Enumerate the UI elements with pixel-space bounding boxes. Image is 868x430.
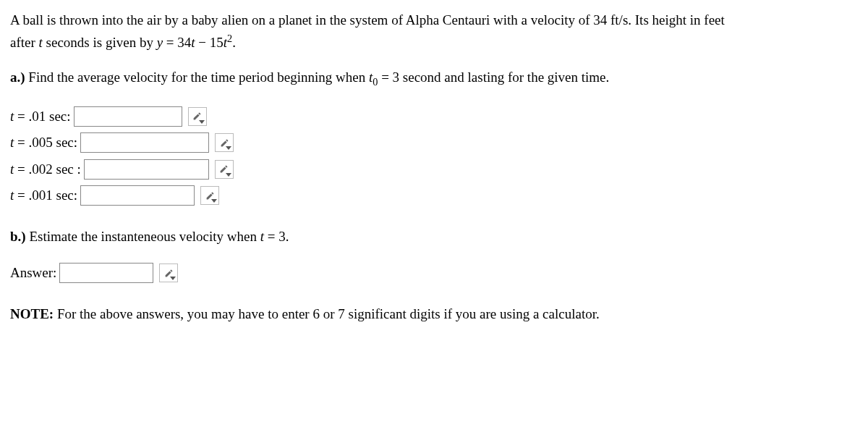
eq-minus: − 15: [195, 35, 224, 50]
t0-after: = 3 second and lasting for the given tim…: [378, 69, 609, 85]
row-label: t = .01 sec:: [10, 106, 71, 127]
part-b-label: b.): [10, 229, 26, 244]
part-a-label: a.): [10, 69, 25, 85]
part-b-text: Estimate the instanteneous velocity when: [26, 229, 260, 244]
part-a-prompt: a.) Find the average velocity for the ti…: [10, 67, 858, 90]
note: NOTE: For the above answers, you may hav…: [10, 304, 858, 325]
help-dropdown[interactable]: [215, 160, 234, 179]
help-dropdown[interactable]: [188, 107, 207, 126]
intro-line2-prefix: after: [10, 35, 39, 50]
input-t-001[interactable]: [80, 185, 195, 206]
note-bold: NOTE:: [10, 306, 54, 321]
pencil-icon: [164, 269, 174, 278]
row-label: t = .002 sec :: [10, 159, 81, 180]
eq-end: .: [232, 35, 236, 50]
help-dropdown[interactable]: [200, 186, 219, 205]
input-t-005[interactable]: [80, 132, 209, 153]
row-01: t = .01 sec:: [10, 106, 858, 127]
pencil-icon: [220, 138, 229, 148]
part-b-prompt: b.) Estimate the instanteneous velocity …: [10, 227, 858, 248]
input-answer[interactable]: [59, 263, 153, 283]
pencil-icon: [192, 111, 202, 121]
part-a-text: Find the average velocity for the time p…: [25, 69, 369, 85]
answer-label: Answer:: [10, 263, 56, 284]
intro-line1: A ball is thrown into the air by a baby …: [10, 12, 725, 28]
pencil-icon: [205, 191, 215, 201]
input-t-002[interactable]: [84, 159, 209, 180]
eq-lhs: y: [157, 35, 163, 50]
pencil-icon: [219, 164, 229, 174]
help-dropdown[interactable]: [215, 133, 234, 152]
intro-line2-mid: seconds is given by: [43, 35, 157, 50]
partb-t-after: = 3.: [264, 229, 289, 244]
row-label: t = .001 sec:: [10, 185, 77, 206]
row-002: t = .002 sec :: [10, 159, 858, 180]
row-001: t = .001 sec:: [10, 185, 858, 206]
input-t-01[interactable]: [74, 106, 182, 127]
row-label: t = .005 sec:: [10, 132, 77, 153]
eq-eq: = 34: [163, 35, 191, 50]
answer-row: Answer:: [10, 263, 858, 284]
help-dropdown[interactable]: [159, 264, 178, 282]
note-rest: For the above answers, you may have to e…: [54, 306, 600, 321]
row-005: t = .005 sec:: [10, 132, 858, 153]
problem-intro: A ball is thrown into the air by a baby …: [10, 10, 858, 53]
